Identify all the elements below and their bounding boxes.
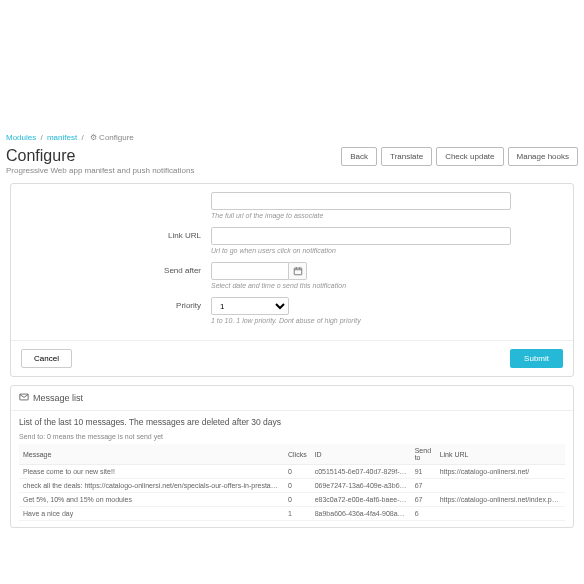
- breadcrumb-modules[interactable]: Modules: [6, 133, 36, 142]
- svg-rect-0: [294, 268, 302, 275]
- image-hint: The full url of the image to associate: [211, 212, 563, 219]
- cell-clicks: 0: [284, 479, 311, 493]
- cell-clicks: 0: [284, 493, 311, 507]
- message-list-heading: Message list: [33, 393, 83, 403]
- send-hint: Select date and time o send this notific…: [211, 282, 563, 289]
- cancel-button[interactable]: Cancel: [21, 349, 72, 368]
- page-title: Configure: [6, 147, 194, 165]
- breadcrumb-configure: ⚙ Configure: [90, 133, 134, 142]
- cell-message: Have a nice day: [19, 507, 284, 521]
- link-url-label: Link URL: [21, 227, 211, 240]
- calendar-icon[interactable]: [289, 262, 307, 280]
- cell-sendto: 6: [411, 507, 436, 521]
- col-clicks: Clicks: [284, 444, 311, 465]
- cell-message: Please come to our new site!!: [19, 465, 284, 479]
- translate-button[interactable]: Translate: [381, 147, 432, 166]
- col-link: Link URL: [436, 444, 565, 465]
- cell-link: https://catalogo-onlinersi.net/index.php…: [436, 493, 565, 507]
- list-description: List of the last 10 messages. The messag…: [19, 417, 565, 427]
- messages-table: Message Clicks ID Send to Link URL Pleas…: [19, 444, 565, 521]
- priority-label: Priority: [21, 297, 211, 310]
- send-after-input[interactable]: [211, 262, 289, 280]
- back-button[interactable]: Back: [341, 147, 377, 166]
- check-update-button[interactable]: Check update: [436, 147, 503, 166]
- cell-message: check all the deals: https://catalogo-on…: [19, 479, 284, 493]
- cell-id: 8a9ba606-436a-4fa4-908a-eaf8a66e8e1d: [311, 507, 411, 521]
- manage-hooks-button[interactable]: Manage hooks: [508, 147, 578, 166]
- cell-sendto: 91: [411, 465, 436, 479]
- col-message: Message: [19, 444, 284, 465]
- cell-link: https://catalogo-onlinersi.net/: [436, 465, 565, 479]
- table-row: Get 5%, 10% and 15% on modules0e83c0a72-…: [19, 493, 565, 507]
- table-row: Have a nice day18a9ba606-436a-4fa4-908a-…: [19, 507, 565, 521]
- page-subtitle: Progressive Web app manifest and push no…: [6, 166, 194, 175]
- list-note: Send to: 0 means the message is not send…: [19, 433, 565, 440]
- cell-message: Get 5%, 10% and 15% on modules: [19, 493, 284, 507]
- breadcrumb: Modules / manifest / ⚙ Configure: [0, 130, 584, 145]
- submit-button[interactable]: Submit: [510, 349, 563, 368]
- link-hint: Url to go when users click on notificati…: [211, 247, 563, 254]
- cell-id: e83c0a72-e00e-4af6-baee-cddd7edcb699: [311, 493, 411, 507]
- col-id: ID: [311, 444, 411, 465]
- cell-link: [436, 507, 565, 521]
- cell-sendto: 67: [411, 479, 436, 493]
- image-url-input[interactable]: [211, 192, 511, 210]
- cell-id: c0515145-6e07-40d7-829f-aee61d5f3d2b: [311, 465, 411, 479]
- cell-link: [436, 479, 565, 493]
- col-sendto: Send to: [411, 444, 436, 465]
- cell-clicks: 1: [284, 507, 311, 521]
- priority-select[interactable]: 1: [211, 297, 289, 315]
- cell-clicks: 0: [284, 465, 311, 479]
- priority-hint: 1 to 10. 1 low priority. Dont abuse of h…: [211, 317, 563, 324]
- envelope-icon: [19, 392, 29, 404]
- table-row: Please come to our new site!!0c0515145-6…: [19, 465, 565, 479]
- table-row: check all the deals: https://catalogo-on…: [19, 479, 565, 493]
- link-url-input[interactable]: [211, 227, 511, 245]
- cell-id: 069e7247-13a6-409e-a3b6-e4ee60aa376c: [311, 479, 411, 493]
- send-after-label: Send after: [21, 262, 211, 275]
- cell-sendto: 67: [411, 493, 436, 507]
- breadcrumb-manifest[interactable]: manifest: [47, 133, 77, 142]
